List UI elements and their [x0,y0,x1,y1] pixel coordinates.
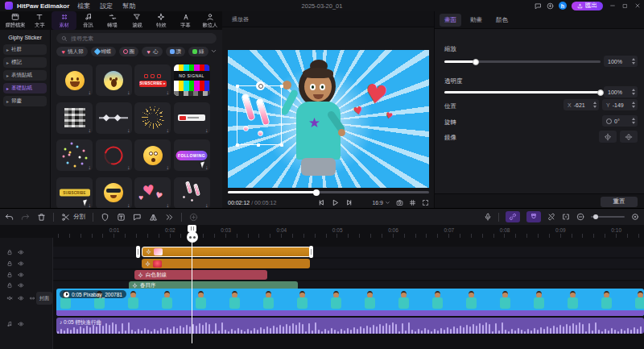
fireworks-sticker[interactable]: ↓ [134,102,171,134]
feedback-icon[interactable] [535,2,542,10]
selection-handle[interactable] [256,81,265,90]
unlink-icon[interactable] [547,213,555,221]
download-icon[interactable]: ↓ [89,164,92,170]
eye-icon[interactable] [18,249,24,256]
download-icon[interactable]: ↓ [205,127,208,133]
next-frame-button[interactable] [345,199,353,206]
filter-chip-0[interactable]: ♥情人節 [56,47,88,56]
download-icon[interactable]: ↓ [205,164,208,170]
menu-item-1[interactable]: 設定 [100,2,113,10]
toolbar-item-sticker[interactable]: 素材 [52,11,76,30]
eye-icon[interactable] [18,295,24,301]
close-button[interactable] [634,2,641,9]
download-icon[interactable]: ↓ [167,127,170,133]
toolbar-item-filter[interactable]: 濾鏡 [125,11,149,30]
following-banner-sticker[interactable]: FOLLOWING↓ [174,139,210,171]
reset-button[interactable]: 重置 [601,197,638,207]
flip-horizontal-button[interactable] [599,131,617,143]
maximize-button[interactable] [622,3,628,9]
download-icon[interactable]: ↓ [127,127,130,133]
sidebar-item-2[interactable]: ▸表情貼紙 [3,70,47,81]
exclamation-sticker[interactable]: ↓ [174,177,210,209]
hearts-sticker[interactable]: ♥♥♥↓ [134,177,171,209]
scissors-icon[interactable] [61,213,70,222]
download-icon[interactable]: ↓ [89,89,92,95]
trim-handle-left[interactable] [136,246,140,258]
no-signal-sticker[interactable]: NO SIGNAL↓ [174,64,210,96]
trim-handle-right[interactable] [309,246,313,258]
cool-emoji-sticker[interactable]: ↓ [96,177,132,209]
toolbar-item-transition[interactable]: 轉場 [101,11,125,30]
laughing-emoji-sticker[interactable]: ↓ [56,64,93,96]
chain-icon[interactable] [29,295,35,301]
account-avatar[interactable]: h [559,2,567,10]
freeze-frame-icon[interactable] [117,213,126,222]
effect-clip[interactable]: 白色射線 [134,270,267,280]
previous-frame-button[interactable] [318,199,325,206]
filter-chip-3[interactable]: ♥心 [142,47,163,56]
video-clip[interactable]: 0:05 Pixabay_200781 [56,289,644,316]
timeline-ruler[interactable]: 0:010:020:030:040:050:060:070:080:090:10 [53,225,644,238]
eye-icon[interactable] [18,282,24,289]
play-button[interactable] [332,199,339,206]
toolbar-item-subtitle[interactable]: 字幕 [174,11,198,30]
lock-icon[interactable] [6,249,13,256]
chevron-down-icon[interactable] [210,48,217,55]
eye-icon[interactable] [18,260,24,267]
grid-icon[interactable] [409,199,416,206]
search-input[interactable]: 搜尋元素 [56,33,217,44]
tab-1[interactable]: 動畫 [465,14,487,27]
tab-2[interactable]: 顏色 [491,14,513,27]
confetti-sticker[interactable]: ↓ [56,139,93,171]
audio-clip[interactable]: ♪ 0:05 輕快進行曲 [56,318,644,334]
download-icon[interactable]: ↓ [127,202,130,208]
export-button[interactable]: 匯出 [572,2,603,10]
download-icon[interactable]: ↓ [127,164,130,170]
subscribe-banner-sticker[interactable]: SUBSCRIBE ▸↓ [134,64,171,96]
download-icon[interactable]: ↓ [205,89,208,95]
sticker-clip-selected[interactable] [142,247,311,257]
record-icon[interactable] [189,213,198,222]
preview-canvas[interactable]: ★ ♥ ♥ ♥ [228,50,429,188]
screaming-emoji-sticker[interactable]: ↓ [96,64,132,96]
audio-split-icon[interactable] [149,213,158,222]
split-label[interactable]: 分割 [73,213,85,221]
sidebar-item-1[interactable]: ▸標記 [3,57,47,68]
mic-icon[interactable] [484,213,492,221]
position-y-field[interactable]: Y-149 [602,99,638,110]
zoom-out-icon[interactable] [576,213,584,221]
speech-bubble-icon[interactable] [133,213,142,222]
download-icon[interactable]: ↓ [127,89,130,95]
lock-icon[interactable] [6,260,13,267]
menu-item-2[interactable]: 幫助 [122,2,135,10]
playhead-handle[interactable] [187,231,198,243]
cover-button[interactable]: 封面 [36,292,52,305]
scale-slider[interactable] [444,60,601,63]
update-icon[interactable] [547,2,554,10]
eye-icon[interactable] [18,272,24,278]
toolbar-item-fx[interactable]: 特效 [149,11,173,30]
circle-scribble-sticker[interactable]: ↓ [96,139,132,171]
toolbar-item-avatar[interactable]: 數位人 [198,11,222,30]
lock-icon[interactable] [6,282,13,289]
tab-0[interactable]: 畫面 [440,14,461,27]
note-icon[interactable] [6,321,13,327]
redo-icon[interactable] [21,213,30,222]
sticker-selection-box[interactable] [237,85,282,145]
yellow-subscribe-sticker[interactable]: SUBSCRIBE↓ [56,177,93,209]
magnet-icon[interactable] [526,211,541,222]
crop-icon[interactable] [101,213,109,222]
subscribe-bar-sticker[interactable]: ↓ [174,102,210,134]
fullscreen-icon[interactable] [422,199,429,206]
download-icon[interactable]: ↓ [167,164,170,170]
download-icon[interactable]: ↓ [89,127,92,133]
waveform-sticker[interactable]: ↓ [96,102,132,134]
undo-icon[interactable] [5,213,14,222]
aspect-ratio-select[interactable]: 16:9 [372,200,390,206]
link-icon[interactable] [506,211,520,222]
toolbar-item-text[interactable]: 文字 [27,11,52,30]
glitch-sticker[interactable]: ↓ [56,102,93,134]
scale-value[interactable]: 100% [604,56,638,67]
opacity-value[interactable]: 100% [604,86,638,98]
download-icon[interactable]: ↓ [167,202,170,208]
